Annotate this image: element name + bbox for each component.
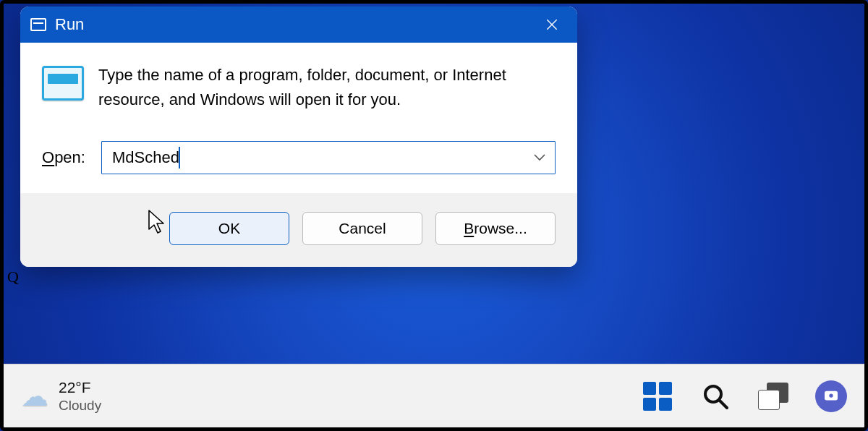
cancel-button[interactable]: Cancel xyxy=(302,212,422,245)
weather-temperature: 22°F xyxy=(59,378,101,397)
chat-icon xyxy=(815,380,847,412)
chat-button[interactable] xyxy=(812,377,850,415)
dialog-footer: OK Cancel Browse... xyxy=(20,193,577,267)
desktop-background: Q Run Type the name of a program, folder… xyxy=(0,0,868,431)
stray-letter: Q xyxy=(7,268,19,286)
svg-point-5 xyxy=(829,393,833,397)
windows-logo-icon xyxy=(643,382,672,411)
search-button[interactable] xyxy=(697,377,734,415)
task-view-button[interactable] xyxy=(754,377,792,415)
start-button[interactable] xyxy=(639,377,676,415)
dialog-body: Type the name of a program, folder, docu… xyxy=(20,43,577,193)
ok-button[interactable]: OK xyxy=(169,212,289,245)
run-title-icon xyxy=(30,18,46,31)
chevron-down-icon[interactable] xyxy=(534,153,545,162)
search-icon xyxy=(701,382,730,411)
dialog-description: Type the name of a program, folder, docu… xyxy=(98,63,556,112)
dialog-title: Run xyxy=(55,15,84,34)
close-button[interactable] xyxy=(527,7,577,43)
run-app-icon xyxy=(42,66,84,101)
taskbar[interactable]: ☁ 22°F Cloudy xyxy=(4,364,864,427)
open-label: Open: xyxy=(42,148,85,167)
weather-condition: Cloudy xyxy=(59,397,101,414)
close-icon xyxy=(545,17,559,32)
title-bar[interactable]: Run xyxy=(20,7,577,43)
weather-icon: ☁ xyxy=(21,383,48,410)
weather-widget[interactable]: ☁ 22°F Cloudy xyxy=(21,378,101,414)
mouse-cursor-icon xyxy=(148,209,168,235)
svg-line-3 xyxy=(719,400,727,408)
taskbar-right-group xyxy=(639,377,856,415)
task-view-icon xyxy=(758,383,788,410)
open-combobox[interactable] xyxy=(101,141,556,174)
open-input[interactable] xyxy=(101,141,556,174)
run-dialog: Run Type the name of a program, folder, … xyxy=(20,7,577,267)
browse-button[interactable]: Browse... xyxy=(435,212,556,245)
